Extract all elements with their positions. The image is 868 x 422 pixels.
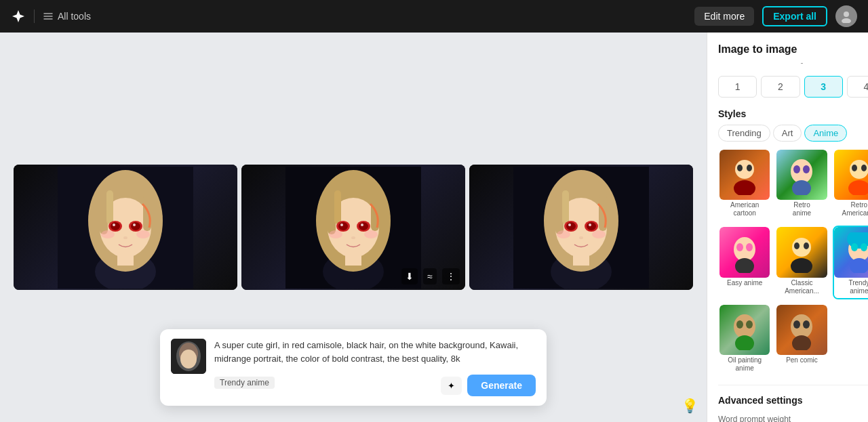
svg-point-14 bbox=[133, 224, 136, 226]
svg-point-13 bbox=[113, 224, 115, 226]
svg-point-46 bbox=[587, 222, 596, 230]
logo[interactable] bbox=[11, 9, 26, 24]
svg-point-32 bbox=[329, 230, 342, 238]
svg-point-51 bbox=[579, 236, 583, 239]
prompt-bar: A super cute girl, in red camisole, blac… bbox=[160, 329, 547, 406]
svg-point-61 bbox=[747, 165, 752, 171]
svg-point-60 bbox=[737, 165, 743, 171]
avatar[interactable] bbox=[835, 5, 857, 27]
image-card-3[interactable] bbox=[469, 165, 693, 290]
header-divider bbox=[34, 9, 35, 23]
style-item-trendy-anime[interactable]: Trendyanime bbox=[833, 226, 868, 299]
all-tools-label: All tools bbox=[58, 11, 91, 22]
image-canvas-3 bbox=[469, 165, 693, 290]
svg-point-71 bbox=[861, 165, 867, 171]
style-tab-anime[interactable]: Anime bbox=[804, 125, 847, 142]
style-thumb-easy-anime bbox=[719, 227, 770, 277]
style-tab-trending[interactable]: Trending bbox=[718, 125, 770, 142]
svg-point-70 bbox=[852, 165, 857, 171]
image-2-actions: ⬇ ≈ ⋮ bbox=[401, 268, 460, 284]
anime-girl-1 bbox=[58, 167, 193, 289]
svg-rect-42 bbox=[562, 190, 569, 224]
prompt-tag[interactable]: Trendy anime bbox=[214, 377, 275, 389]
svg-point-86 bbox=[851, 243, 858, 251]
svg-point-30 bbox=[340, 224, 343, 226]
count-2-button[interactable]: 2 bbox=[761, 76, 800, 98]
svg-point-34 bbox=[351, 236, 355, 239]
more-button[interactable]: ⋮ bbox=[442, 268, 460, 284]
header: All tools Edit more Export all bbox=[0, 0, 868, 33]
style-label-easy-anime: Easy anime bbox=[719, 278, 770, 290]
edit-more-button[interactable]: Edit more bbox=[694, 7, 754, 26]
svg-point-97 bbox=[803, 320, 810, 329]
image-card-1[interactable] bbox=[14, 165, 237, 290]
svg-point-92 bbox=[746, 320, 753, 329]
style-label-oil-painting: Oil paintinganime bbox=[719, 355, 770, 375]
anime-girl-2 bbox=[285, 167, 421, 289]
svg-point-31 bbox=[361, 224, 363, 226]
enhance-button[interactable]: ✦ bbox=[441, 377, 462, 395]
main-area: ⬇ ≈ ⋮ bbox=[0, 33, 868, 422]
image-canvas-1 bbox=[14, 165, 237, 290]
svg-point-47 bbox=[568, 224, 571, 226]
svg-rect-35 bbox=[345, 253, 361, 266]
svg-rect-8 bbox=[106, 190, 113, 224]
svg-point-0 bbox=[844, 12, 849, 17]
svg-point-56 bbox=[180, 350, 197, 368]
all-tools-nav[interactable]: All tools bbox=[43, 11, 91, 22]
svg-point-65 bbox=[793, 165, 800, 173]
panel-subtitle: - bbox=[718, 58, 868, 68]
svg-point-45 bbox=[566, 222, 576, 230]
advanced-header: Advanced settings ↻ bbox=[718, 394, 868, 406]
style-thumb-oil-painting bbox=[719, 305, 770, 355]
svg-point-33 bbox=[364, 230, 378, 238]
word-prompt-weight-label: Word prompt weight bbox=[718, 415, 868, 422]
svg-point-49 bbox=[557, 230, 570, 238]
style-item-retro-american[interactable]: RetroAmerican... bbox=[833, 148, 868, 221]
canvas-area: ⬇ ≈ ⋮ bbox=[0, 33, 707, 422]
anime-girl-3 bbox=[513, 167, 649, 289]
svg-point-50 bbox=[592, 230, 606, 238]
style-item-retro-anime[interactable]: Retroanime bbox=[775, 148, 828, 221]
style-thumb-american-cartoon bbox=[719, 150, 770, 200]
style-tabs: Trending Art Anime bbox=[718, 125, 868, 142]
style-thumb-classic-american bbox=[776, 227, 827, 277]
prompt-text[interactable]: A super cute girl, in red camisole, blac… bbox=[214, 339, 536, 365]
style-tab-art[interactable]: Art bbox=[773, 125, 802, 142]
svg-point-11 bbox=[111, 222, 120, 230]
count-4-button[interactable]: 4 bbox=[847, 76, 868, 98]
style-label-pen-comic: Pen comic bbox=[776, 355, 827, 367]
download-button[interactable]: ⬇ bbox=[401, 268, 418, 284]
svg-rect-52 bbox=[573, 253, 589, 266]
style-label-retro-anime: Retroanime bbox=[776, 200, 827, 220]
style-item-easy-anime[interactable]: Easy anime bbox=[718, 226, 771, 299]
svg-point-17 bbox=[123, 236, 127, 239]
advanced-section: Advanced settings ↻ Word prompt weight 0… bbox=[718, 385, 868, 422]
style-label-trendy-anime: Trendyanime bbox=[834, 278, 868, 298]
style-item-classic-american[interactable]: ClassicAmerican... bbox=[775, 226, 828, 299]
count-1-button[interactable]: 1 bbox=[718, 76, 757, 98]
style-thumb-retro-american bbox=[834, 150, 868, 200]
count-3-button[interactable]: 3 bbox=[804, 76, 843, 98]
prompt-actions: ✦ Generate bbox=[441, 375, 536, 396]
logo-icon bbox=[11, 9, 26, 24]
generate-button[interactable]: Generate bbox=[467, 375, 536, 396]
enhance-icon: ✦ bbox=[448, 381, 455, 391]
style-item-pen-comic[interactable]: Pen comic bbox=[775, 303, 828, 377]
style-item-american-cartoon[interactable]: Americancartoon bbox=[718, 148, 771, 221]
svg-point-29 bbox=[359, 222, 368, 230]
svg-point-96 bbox=[793, 320, 800, 329]
style-label-retro-american: RetroAmerican... bbox=[834, 200, 868, 220]
right-panel: Image to image - 1 2 3 4 Styles Trending… bbox=[707, 33, 868, 422]
export-all-button[interactable]: Export all bbox=[762, 6, 827, 26]
lightbulb-icon[interactable]: 💡 bbox=[682, 398, 698, 414]
style-label-american-cartoon: Americancartoon bbox=[719, 200, 770, 220]
image-card-2[interactable]: ⬇ ≈ ⋮ bbox=[241, 165, 465, 290]
style-item-oil-painting[interactable]: Oil paintinganime bbox=[718, 303, 771, 377]
word-prompt-weight-group: Word prompt weight 0.28 bbox=[718, 415, 868, 422]
thumb-image bbox=[171, 339, 206, 374]
svg-point-76 bbox=[746, 243, 753, 251]
compare-button[interactable]: ≈ bbox=[423, 268, 437, 284]
svg-point-15 bbox=[101, 230, 115, 238]
svg-point-16 bbox=[136, 230, 150, 238]
